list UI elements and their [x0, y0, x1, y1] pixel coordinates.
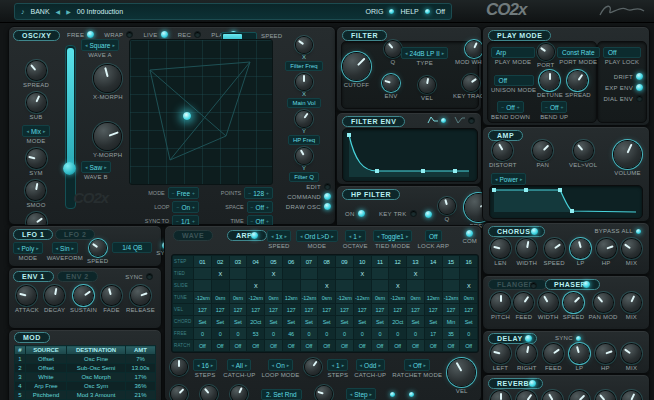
seq-cell[interactable] — [247, 268, 264, 279]
seq-cell[interactable]: Off — [354, 340, 371, 351]
knob-knob[interactable] — [622, 391, 641, 400]
hp-knob[interactable] — [596, 344, 615, 363]
seq-cell[interactable]: 127 — [301, 304, 318, 315]
reverb-led[interactable] — [529, 380, 536, 387]
arp-mod-knob[interactable] — [171, 359, 187, 375]
seq-cell[interactable]: 0sm — [318, 292, 335, 303]
seq-cell[interactable]: 02 — [212, 256, 229, 267]
xy-assign-knob[interactable] — [296, 74, 312, 90]
dial-env-led[interactable] — [636, 95, 643, 102]
knob-knob[interactable] — [596, 391, 615, 400]
seq-cell[interactable]: X — [460, 280, 477, 291]
seq-cell[interactable]: 127 — [460, 304, 477, 315]
preset-name[interactable]: 00 Introduction — [77, 8, 360, 15]
seq-cell[interactable]: 127 — [336, 304, 353, 315]
seq-cell[interactable]: 127 — [194, 304, 211, 315]
arp-steps-stepper[interactable]: ◂1▸ — [327, 359, 348, 371]
lfo-wave-select[interactable]: ◂Sin▸ — [52, 242, 78, 254]
seq-cell[interactable]: 127 — [425, 304, 442, 315]
seq-cell[interactable]: -12sm — [336, 292, 353, 303]
seq-cell[interactable]: 127 — [230, 304, 247, 315]
seq-cell[interactable]: 06 — [283, 256, 300, 267]
pitch-knob[interactable] — [491, 293, 510, 312]
seq-cell[interactable]: Set — [460, 316, 477, 327]
osc-wrap-led[interactable] — [126, 31, 133, 38]
seq-cell[interactable]: 0 — [336, 328, 353, 339]
pad-loop-select[interactable]: −On+ — [172, 201, 199, 213]
seq-cell[interactable]: 127 — [372, 304, 389, 315]
mod-row[interactable]: 3WhiteOsc Morph17% — [15, 373, 156, 382]
hp-keytrk-led[interactable] — [410, 210, 417, 217]
seq-cell[interactable]: 12sm — [425, 292, 442, 303]
hp-knob[interactable] — [597, 239, 616, 258]
seq-cell[interactable]: 0 — [318, 328, 335, 339]
delay-led[interactable] — [525, 335, 532, 342]
filter-type-select[interactable]: ◂24dB LP II▸ — [401, 47, 448, 59]
wave-a-dropdown[interactable]: ◂Square▸ — [81, 39, 119, 51]
slider-handle[interactable] — [63, 162, 76, 175]
seq-cell[interactable]: Off — [283, 340, 300, 351]
flanger-led[interactable] — [530, 282, 537, 289]
hp-on-led[interactable] — [358, 210, 365, 217]
seq-cell[interactable]: X — [389, 280, 406, 291]
mod-row[interactable]: 2OffsetSub-Osc Semi13.00s — [15, 364, 156, 373]
arp-mode[interactable]: ◂Ord L>D▸ — [296, 230, 338, 242]
seq-cell[interactable]: Set — [336, 316, 353, 327]
seq-cell[interactable]: 0sm — [212, 292, 229, 303]
bend-up-stepper[interactable]: −Off+ — [541, 101, 567, 113]
width-knob[interactable] — [539, 293, 558, 312]
vel[interactable] — [419, 77, 435, 93]
xy-cursor-dot[interactable] — [183, 112, 191, 120]
xy-pad[interactable] — [129, 39, 273, 185]
port-knob[interactable] — [538, 44, 554, 60]
seq-cell[interactable]: 2Oct — [247, 316, 264, 327]
tab-lfo1[interactable]: LFO 1 — [13, 229, 53, 240]
lfo-mode-select[interactable]: ◂Poly▸ — [13, 242, 43, 254]
seq-cell[interactable] — [354, 280, 371, 291]
y-morph-knob[interactable] — [94, 123, 121, 150]
seq-cell[interactable]: 05 — [265, 256, 282, 267]
edit-led[interactable] — [324, 183, 331, 190]
seq-cell[interactable]: 127 — [318, 304, 335, 315]
arp-vel-knob[interactable] — [448, 359, 475, 386]
seq-cell[interactable]: 15 — [443, 256, 460, 267]
env-shape-b-icon[interactable] — [454, 116, 475, 124]
tab-lfo2[interactable]: LFO 2 — [55, 229, 95, 240]
seq-cell[interactable]: Off — [265, 340, 282, 351]
decay-knob[interactable] — [45, 286, 64, 305]
env-shape-a-icon[interactable] — [427, 116, 446, 124]
seq-cell[interactable]: Min — [443, 316, 460, 327]
smoo[interactable] — [26, 181, 45, 200]
tab-wave[interactable]: WAVE — [173, 230, 213, 241]
vel-vol-knob[interactable] — [574, 141, 593, 160]
seq-cell[interactable]: 127 — [247, 304, 264, 315]
seq-cell[interactable]: Set — [212, 316, 229, 327]
feed-knob[interactable] — [514, 293, 533, 312]
seq-cell[interactable]: 0sm — [230, 292, 247, 303]
seq-cell[interactable] — [230, 280, 247, 291]
set-rnd-display[interactable]: 2. Set Rnd — [261, 389, 302, 400]
seq-cell[interactable] — [336, 280, 353, 291]
arp-lock-arp[interactable]: Off — [425, 230, 442, 242]
key-track[interactable] — [463, 75, 479, 91]
mod-wheel[interactable] — [466, 41, 482, 57]
knob-knob[interactable] — [491, 391, 510, 400]
seq-cell[interactable] — [443, 280, 460, 291]
seq-cell[interactable]: Set — [425, 316, 442, 327]
tab-phaser[interactable]: PHASER — [545, 279, 600, 290]
env-shape-b-led[interactable] — [468, 117, 475, 124]
seq-cell[interactable]: 0 — [212, 328, 229, 339]
tab-env1[interactable]: ENV 1 — [13, 271, 54, 282]
sustain-knob[interactable] — [74, 286, 93, 305]
play-lock-select[interactable]: Off — [603, 47, 641, 58]
command-led[interactable] — [324, 193, 331, 200]
seq-cell[interactable] — [283, 280, 300, 291]
width-knob[interactable] — [517, 239, 536, 258]
volume-knob[interactable] — [614, 141, 641, 168]
attack-knob[interactable] — [17, 286, 36, 305]
detune-knob[interactable] — [540, 71, 559, 90]
filter-env-display[interactable] — [343, 129, 475, 179]
seq-cell[interactable] — [460, 268, 477, 279]
play-mode-select[interactable]: Arp — [491, 47, 535, 58]
lp-knob[interactable] — [571, 239, 590, 258]
